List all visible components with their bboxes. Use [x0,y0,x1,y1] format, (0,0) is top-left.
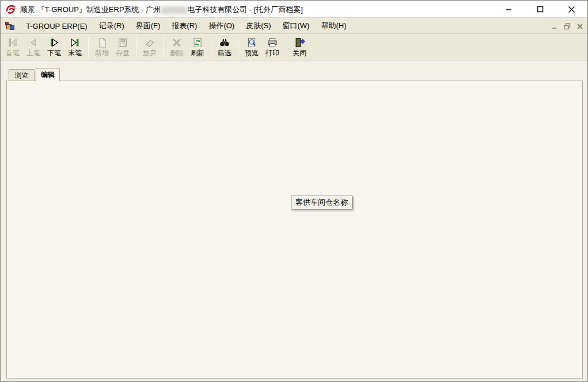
toolbar-close-button[interactable]: 关闭 [290,36,309,59]
refresh-icon [191,36,204,49]
binoculars-icon [218,36,231,49]
menu-item-reports[interactable]: 报表(R) [166,18,203,33]
maximize-icon [536,5,544,13]
toolbar-preview-button[interactable]: 预览 [242,36,261,59]
maximize-button[interactable] [524,1,556,18]
toolbar-new-button[interactable]: 新增 [92,36,112,59]
menu-item-ui[interactable]: 界面(F) [130,18,166,33]
titlebar: 顺景 『T-GROUP』制造业ERP系统 - 广州电子科技有限公司 - [托外厂… [1,1,587,18]
mdi-close-icon [577,24,583,29]
menu-item-skins[interactable]: 皮肤(S) [240,18,276,33]
save-floppy-icon [116,36,129,49]
window-title: 顺景 『T-GROUP』制造业ERP系统 - 广州电子科技有限公司 - [托外厂… [20,5,303,15]
toolbar-prev-button[interactable]: 上笔 [24,36,43,59]
toolbar-separator [88,37,89,58]
tab-browse[interactable]: 浏览 [9,69,35,81]
tab-edit[interactable]: 编辑 [36,68,60,81]
minimize-button[interactable] [492,1,524,18]
mdi-window-controls [551,18,584,34]
toolbar-next-button[interactable]: 下笔 [44,36,64,59]
client-area: 浏览 编辑 [1,60,587,382]
menubar: T-GROUP ERP(E) 记录(R) 界面(F) 报表(R) 操作(O) 皮… [1,18,587,34]
toolbar-delete-button[interactable]: 删除 [167,36,187,59]
mdi-minimize-button[interactable] [551,22,559,30]
eraser-icon [143,36,156,49]
minimize-icon [504,5,513,13]
toolbar-first-button[interactable]: 首笔 [3,36,22,59]
app-window: 顺景 『T-GROUP』制造业ERP系统 - 广州电子科技有限公司 - [托外厂… [0,0,588,382]
mdi-restore-icon [564,23,571,30]
menu-item-records[interactable]: 记录(R) [93,18,130,33]
close-icon [567,5,576,14]
print-preview-icon [245,36,258,49]
tooltip: 客供车间仓名称 [291,196,352,209]
menu-item-operations[interactable]: 操作(O) [203,18,240,33]
exit-door-icon [293,36,306,49]
toolbar-separator [211,37,211,58]
mdi-document-icon [5,21,14,30]
toolbar-filter-button[interactable]: 筛选 [215,36,234,59]
toolbar-refresh-button[interactable]: 刷新 [188,36,207,59]
toolbar-separator [238,37,238,58]
toolbar: 首笔 上笔 下笔 末笔 新增 存盘 放弃 删除 [1,35,587,60]
toolbar-separator [286,37,286,58]
mdi-close-button[interactable] [576,22,584,30]
toolbar-save-button[interactable]: 存盘 [113,36,132,59]
window-controls [492,1,587,18]
toolbar-last-button[interactable]: 末笔 [65,36,85,59]
menu-item-window[interactable]: 窗口(W) [277,18,316,33]
redacted-company-name [161,6,187,14]
next-record-icon [48,36,60,49]
toolbar-separator [163,37,164,58]
new-document-icon [96,36,108,49]
toolbar-print-button[interactable]: 打印 [263,36,282,59]
close-button[interactable] [556,1,587,18]
printer-icon [266,36,279,49]
mdi-restore-button[interactable] [563,22,571,30]
mdi-minimize-icon [552,24,557,29]
toolbar-discard-button[interactable]: 放弃 [140,36,160,59]
toolbar-separator [136,37,136,58]
menu-item-tgroup-erp[interactable]: T-GROUP ERP(E) [20,20,93,33]
app-logo-icon [5,3,17,15]
edit-tab-panel [6,81,583,379]
delete-x-icon [170,36,183,49]
first-record-icon [6,36,19,49]
last-record-icon [69,36,81,49]
menu-item-help[interactable]: 帮助(H) [315,18,352,33]
previous-record-icon [27,36,40,49]
